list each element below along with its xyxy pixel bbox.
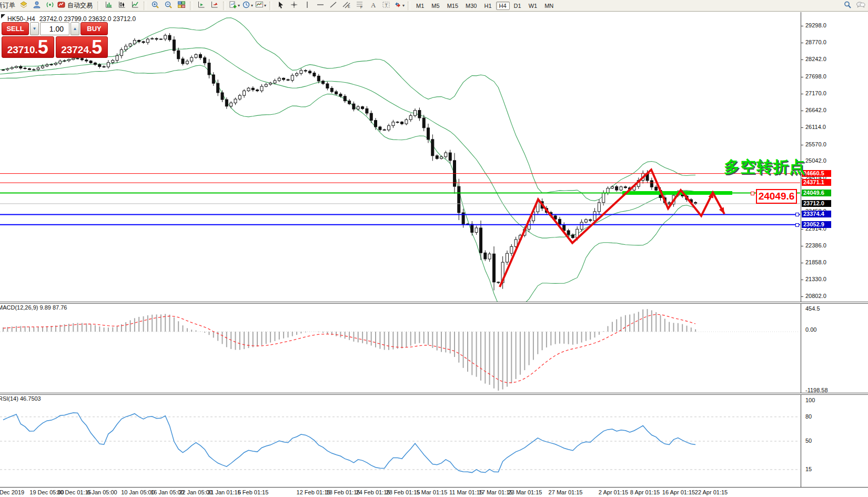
price-level-tag: 24371.1 <box>802 179 831 186</box>
chart-shift-button[interactable] <box>208 0 220 11</box>
bar-chart-button[interactable] <box>103 0 115 11</box>
price-tick-label: 25042.0 <box>805 157 826 164</box>
periods-button[interactable]: ▾ <box>241 0 254 11</box>
pane-splitter[interactable] <box>0 302 868 304</box>
arrows-button[interactable]: ▾ <box>393 0 405 11</box>
time-label: 31 Jan 01:15 <box>207 489 241 495</box>
sell-button[interactable]: SELL <box>2 22 29 35</box>
channel-icon: E <box>342 1 351 11</box>
time-label: 6 Jan 05:00 <box>87 489 117 495</box>
channel-button[interactable]: E <box>340 0 352 11</box>
axis-tick-mark <box>801 263 803 263</box>
price-tick-label: 22386.0 <box>805 242 826 248</box>
price-tick-label: 29298.0 <box>805 22 826 28</box>
object-anchor[interactable] <box>795 223 799 227</box>
timeframe-MN-button[interactable]: MN <box>541 2 557 10</box>
layers-button[interactable] <box>17 0 29 11</box>
templates-button[interactable]: ▾ <box>255 0 267 11</box>
rsi-axis-label: 80 <box>805 413 812 420</box>
axis-tick-mark <box>801 296 803 297</box>
cursor-button[interactable] <box>275 0 287 11</box>
candlestick-button[interactable] <box>116 0 128 11</box>
auto-scroll-button[interactable] <box>195 0 207 11</box>
new-chart-button[interactable]: ▾ <box>228 0 240 11</box>
rsi-pane <box>0 413 800 473</box>
toolbar-separator <box>408 2 410 10</box>
fibonacci-button[interactable]: F <box>354 0 366 11</box>
line-chart-button[interactable] <box>129 0 141 11</box>
timeframe-D1-button[interactable]: D1 <box>511 2 524 10</box>
object-anchor[interactable] <box>795 213 799 216</box>
timeframe-H1-button[interactable]: H1 <box>481 2 494 10</box>
time-label: 18 Feb 01:15 <box>326 489 360 495</box>
timeframe-M5-button[interactable]: M5 <box>428 2 442 10</box>
trendline-button[interactable] <box>327 0 339 11</box>
broadcast-icon <box>46 1 54 11</box>
dropdown-arrow-icon[interactable]: ▾ <box>251 3 253 8</box>
toolbar: 新订单自动交易▾▾▾EFAT▾M1M5M15M30H1H4D1W1MN <box>0 0 868 12</box>
sell-price-button[interactable]: 23710.5 <box>2 36 54 58</box>
svg-text:E: E <box>348 5 350 8</box>
text-button[interactable]: A <box>367 0 379 11</box>
chat-icon <box>856 1 865 11</box>
volume-decrease-button[interactable]: ▼ <box>30 22 39 35</box>
price-axis[interactable]: 29298.028770.028242.027698.027170.026642… <box>801 12 868 487</box>
price-tick-label: 25570.0 <box>805 141 826 147</box>
dropdown-arrow-icon[interactable]: ▾ <box>402 3 405 8</box>
crosshair-button[interactable] <box>288 0 300 11</box>
macd-name: MACD(12,26,9) <box>0 304 38 311</box>
buy-button[interactable]: BUY <box>80 22 108 35</box>
horizontal-line-button[interactable] <box>314 0 326 11</box>
search-icon <box>843 1 852 11</box>
price-tick-label: 26642.0 <box>805 107 826 113</box>
timeframe-H4-button[interactable]: H4 <box>496 2 510 10</box>
dropdown-arrow-icon[interactable]: ▾ <box>264 3 266 8</box>
zoom-in-button[interactable] <box>149 0 161 11</box>
one-click-trade-panel: SELL ▼ 1.00 ▲ BUY 23710.5 23724.5 <box>2 22 108 58</box>
broadcast-button[interactable] <box>44 0 56 11</box>
tile-windows-button[interactable] <box>175 0 187 11</box>
new-order-button[interactable]: 新订单 <box>0 1 15 10</box>
trend-zigzag[interactable] <box>500 170 726 287</box>
time-axis[interactable]: 3 Dec 201919 Dec 05:0030 Dec 01:156 Jan … <box>0 487 868 497</box>
timeframe-W1-button[interactable]: W1 <box>526 2 541 10</box>
price-level-tag: 23712.0 <box>802 200 831 207</box>
buy-price-button[interactable]: 23724.5 <box>56 36 108 58</box>
symbol-period: HK50-,H4 <box>7 15 35 23</box>
object-anchor[interactable] <box>751 192 754 195</box>
macd-axis-label: 0.00 <box>805 326 816 333</box>
price-tick-label: 21858.0 <box>805 259 826 265</box>
cursor-icon <box>277 1 285 11</box>
time-label: 16 Apr 01:15 <box>662 489 695 495</box>
pane-splitter[interactable] <box>0 393 868 395</box>
toolbar-separator <box>190 2 193 10</box>
chart-canvas[interactable] <box>0 0 868 497</box>
search-button[interactable] <box>841 0 853 11</box>
layers-icon <box>19 1 28 11</box>
autotrade-label: 自动交易 <box>67 1 93 10</box>
toolbar-separator <box>97 2 100 10</box>
axis-tick-mark <box>801 43 803 43</box>
macd-values: 9.89 87.76 <box>39 304 67 311</box>
window-corner-icon <box>1 14 5 18</box>
crosshair-icon <box>290 1 298 11</box>
volume-input[interactable]: 1.00 <box>40 22 69 35</box>
volume-increase-button[interactable]: ▲ <box>70 22 79 35</box>
timeframe-M1-button[interactable]: M1 <box>413 2 427 10</box>
zoom-out-button[interactable] <box>162 0 174 11</box>
chat-button[interactable] <box>854 0 866 11</box>
user-button[interactable] <box>31 0 43 11</box>
timeframe-M30-button[interactable]: M30 <box>462 2 480 10</box>
autotrade-button[interactable]: 自动交易 <box>57 0 95 11</box>
support-zone-bar[interactable] <box>622 191 732 195</box>
vertical-line-button[interactable] <box>301 0 313 11</box>
price-tick-label: 27170.0 <box>805 90 826 96</box>
axis-tick-mark <box>801 145 803 145</box>
timeframe-M15-button[interactable]: M15 <box>444 2 461 10</box>
arrows-icon <box>393 1 402 11</box>
dropdown-arrow-icon[interactable]: ▾ <box>238 3 240 8</box>
buy-price: 23724 <box>61 44 89 56</box>
zoom-out-icon <box>164 1 173 11</box>
text-label-button[interactable]: T <box>380 0 392 11</box>
new-chart-icon <box>229 1 237 11</box>
